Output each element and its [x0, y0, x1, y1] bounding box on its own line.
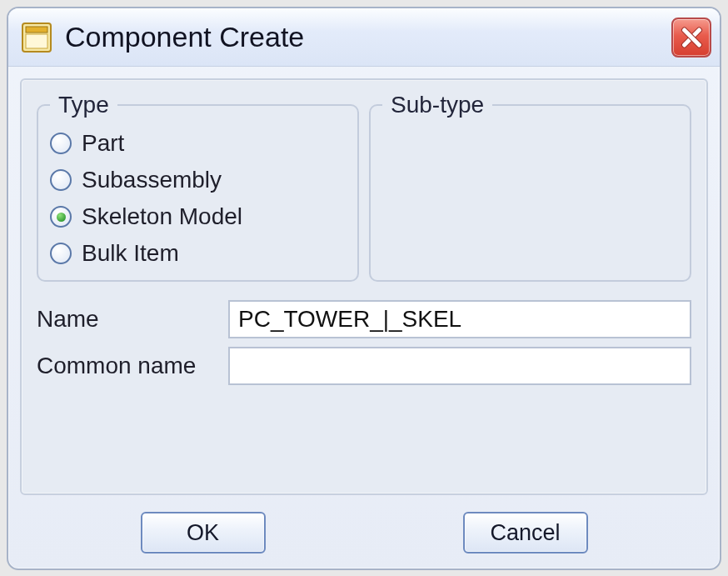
title-bar: Component Create [8, 8, 720, 67]
dialog-buttons: OK Cancel [8, 507, 720, 568]
type-group: Type Part Subassembly Skeleton Model [37, 92, 359, 282]
close-button[interactable] [671, 18, 711, 58]
type-option-bulk-item[interactable]: Bulk Item [50, 240, 346, 267]
dialog-title: Component Create [65, 21, 660, 53]
dialog-body: Type Part Subassembly Skeleton Model [20, 78, 708, 495]
radio-icon [50, 206, 72, 228]
type-option-label: Skeleton Model [82, 203, 242, 230]
type-option-label: Part [82, 130, 124, 157]
assembly-window-icon [20, 21, 53, 54]
common-name-label: Common name [37, 353, 220, 379]
ok-button[interactable]: OK [141, 512, 266, 553]
common-name-input[interactable] [228, 347, 691, 385]
type-option-skeleton-model[interactable]: Skeleton Model [50, 203, 346, 230]
type-option-label: Subassembly [82, 167, 222, 193]
type-option-list: Part Subassembly Skeleton Model Bulk Ite… [50, 128, 346, 267]
type-legend: Type [50, 92, 117, 118]
subtype-group: Sub-type [369, 92, 691, 282]
type-subtype-row: Type Part Subassembly Skeleton Model [37, 92, 691, 282]
cancel-button[interactable]: Cancel [463, 512, 588, 553]
name-label: Name [37, 306, 220, 333]
subtype-legend: Sub-type [382, 92, 492, 118]
name-input[interactable] [228, 300, 691, 338]
type-option-subassembly[interactable]: Subassembly [50, 167, 346, 193]
type-option-label: Bulk Item [82, 240, 179, 267]
close-icon [681, 27, 702, 48]
component-create-dialog: Component Create Type Part Subassembly [7, 7, 721, 570]
type-option-part[interactable]: Part [50, 130, 346, 157]
common-name-row: Common name [37, 347, 691, 385]
svg-rect-2 [26, 34, 47, 48]
radio-icon [50, 133, 72, 154]
radio-icon [50, 243, 72, 264]
radio-icon [50, 169, 72, 191]
name-row: Name [37, 300, 691, 338]
svg-rect-1 [26, 27, 47, 33]
